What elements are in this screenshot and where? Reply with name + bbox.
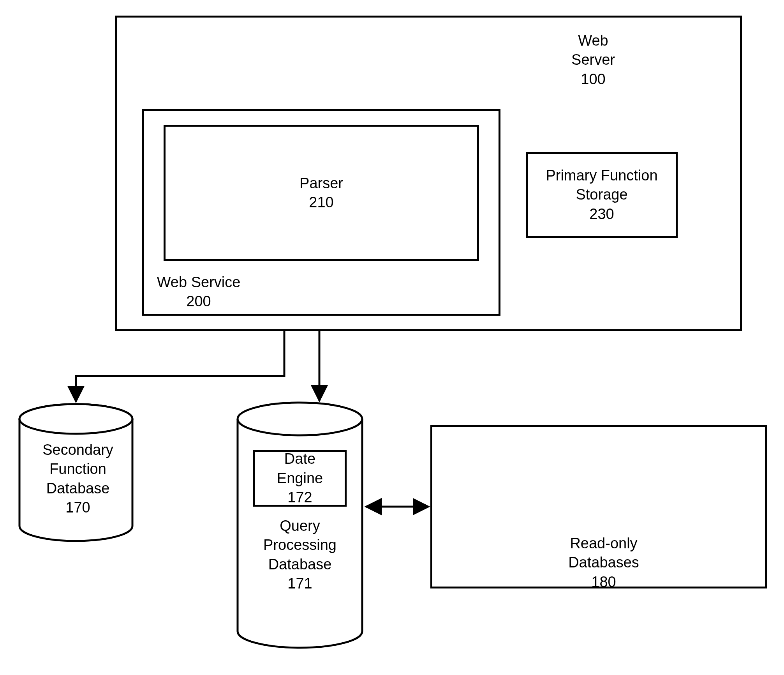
secondary-function-db-label: Secondary Function Database 170 — [29, 440, 127, 518]
svg-point-2 — [238, 403, 362, 435]
storage-label-2: Storage — [576, 185, 627, 204]
date-engine-label-2: Engine — [277, 469, 323, 488]
readonly-databases-label: Read-only Databases 180 — [545, 534, 662, 592]
parser-box: Parser 210 — [164, 125, 479, 261]
date-engine-num: 172 — [287, 488, 312, 507]
parser-num: 210 — [309, 193, 333, 212]
date-engine-box: Date Engine 172 — [253, 450, 347, 507]
web-service-label: Web Service 200 — [150, 273, 247, 311]
svg-point-1 — [19, 404, 132, 434]
storage-num: 230 — [589, 205, 614, 224]
parser-label: Parser — [300, 174, 343, 193]
query-processing-db-label: Query Processing Database 171 — [245, 516, 354, 594]
storage-label-1: Primary Function — [546, 166, 657, 185]
web-server-label: Web Server 100 — [554, 31, 632, 89]
primary-function-storage-box: Primary Function Storage 230 — [526, 152, 678, 238]
date-engine-label-1: Date — [284, 449, 315, 468]
